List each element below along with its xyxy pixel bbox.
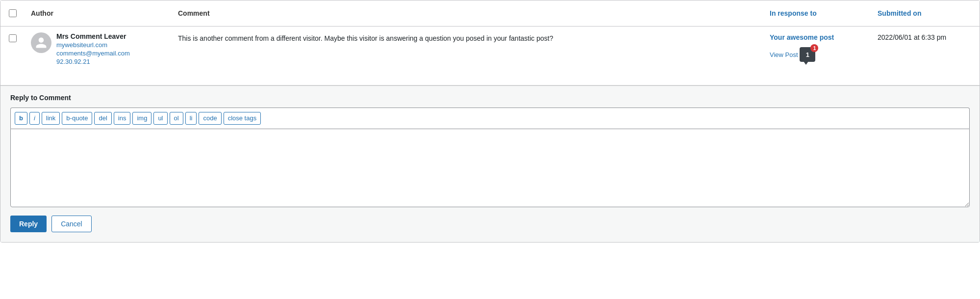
toolbar-img[interactable]: img bbox=[132, 112, 151, 125]
toolbar-ins[interactable]: ins bbox=[114, 112, 131, 125]
reply-textarea[interactable] bbox=[10, 129, 970, 207]
toolbar-italic[interactable]: i bbox=[29, 112, 40, 125]
header-author: Author bbox=[25, 5, 172, 21]
view-post-link[interactable]: View Post bbox=[770, 51, 798, 58]
person-icon bbox=[35, 36, 48, 49]
comment-text: This is another comment from a different… bbox=[172, 27, 764, 85]
editor-toolbar: b i link b-quote del ins img ul ol li co… bbox=[10, 108, 970, 129]
chat-count: 1 bbox=[806, 51, 809, 58]
toolbar-ul[interactable]: ul bbox=[153, 112, 167, 125]
submitted-col: 2022/06/01 at 6:33 pm bbox=[872, 27, 980, 85]
reply-section: Reply to Comment b i link b-quote del in… bbox=[0, 85, 980, 242]
toolbar-li[interactable]: li bbox=[185, 112, 197, 125]
author-ip: 92.30.92.21 bbox=[56, 58, 130, 65]
table-row: Mrs Comment Leaver mywebsiteurl.com comm… bbox=[0, 27, 980, 85]
author-col: Mrs Comment Leaver mywebsiteurl.com comm… bbox=[25, 27, 172, 85]
header-checkbox-col bbox=[0, 5, 25, 21]
toolbar-bold[interactable]: b bbox=[15, 112, 27, 125]
reply-actions: Reply Cancel bbox=[10, 216, 970, 232]
header-submitted: Submitted on bbox=[872, 5, 980, 21]
header-comment: Comment bbox=[172, 5, 764, 21]
toolbar-link[interactable]: link bbox=[42, 112, 60, 125]
header-in-response: In response to bbox=[764, 5, 872, 21]
author-info: Mrs Comment Leaver mywebsiteurl.com comm… bbox=[56, 32, 130, 65]
toolbar-bquote[interactable]: b-quote bbox=[62, 112, 92, 125]
author-email[interactable]: comments@myemail.com bbox=[56, 50, 130, 57]
cancel-button[interactable]: Cancel bbox=[51, 216, 92, 232]
toolbar-ol[interactable]: ol bbox=[170, 112, 183, 125]
in-response-col: Your awesome post View Post 1 1 bbox=[764, 27, 872, 85]
comment-count-icon: 1 1 bbox=[800, 47, 815, 62]
row-checkbox-col bbox=[0, 27, 25, 85]
toolbar-code[interactable]: code bbox=[199, 112, 221, 125]
reply-button[interactable]: Reply bbox=[10, 216, 47, 232]
toolbar-close-tags[interactable]: close tags bbox=[224, 112, 261, 125]
author-website[interactable]: mywebsiteurl.com bbox=[56, 41, 130, 49]
comments-table: Author Comment In response to Submitted … bbox=[0, 0, 980, 243]
select-all-checkbox[interactable] bbox=[9, 9, 17, 17]
author-name: Mrs Comment Leaver bbox=[56, 32, 130, 40]
table-header: Author Comment In response to Submitted … bbox=[0, 0, 980, 27]
toolbar-del[interactable]: del bbox=[94, 112, 111, 125]
row-checkbox[interactable] bbox=[9, 34, 17, 42]
reply-title: Reply to Comment bbox=[10, 94, 970, 102]
avatar bbox=[31, 32, 51, 53]
post-title-link[interactable]: Your awesome post bbox=[770, 33, 866, 41]
chat-badge: 1 bbox=[810, 44, 818, 52]
